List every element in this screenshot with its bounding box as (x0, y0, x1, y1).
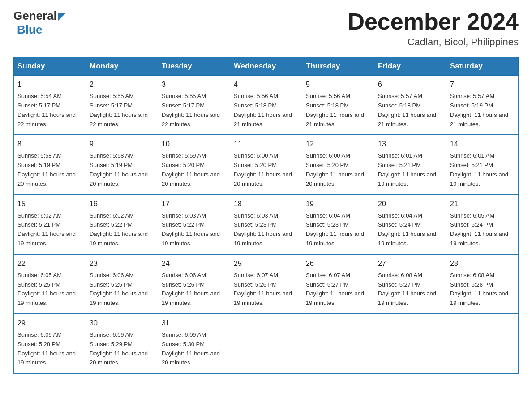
day-info: Sunrise: 6:09 AMSunset: 5:30 PMDaylight:… (162, 330, 226, 368)
calendar-cell: 26Sunrise: 6:07 AMSunset: 5:27 PMDayligh… (302, 254, 374, 314)
week-row-3: 15Sunrise: 6:02 AMSunset: 5:21 PMDayligh… (14, 195, 519, 254)
day-number: 29 (17, 318, 82, 329)
calendar-cell: 27Sunrise: 6:08 AMSunset: 5:27 PMDayligh… (374, 254, 446, 314)
day-info: Sunrise: 6:09 AMSunset: 5:28 PMDaylight:… (17, 330, 82, 368)
day-info: Sunrise: 6:07 AMSunset: 5:27 PMDaylight:… (306, 271, 370, 308)
day-number: 30 (90, 318, 154, 329)
calendar-cell: 9Sunrise: 5:58 AMSunset: 5:19 PMDaylight… (86, 135, 158, 194)
calendar-cell: 6Sunrise: 5:57 AMSunset: 5:18 PMDaylight… (374, 76, 446, 135)
day-info: Sunrise: 5:59 AMSunset: 5:20 PMDaylight:… (162, 151, 226, 188)
calendar-cell: 1Sunrise: 5:54 AMSunset: 5:17 PMDaylight… (14, 76, 86, 135)
logo-triangle-icon (58, 13, 66, 23)
day-info: Sunrise: 5:55 AMSunset: 5:17 PMDaylight:… (162, 92, 226, 129)
day-number: 23 (90, 258, 154, 269)
day-number: 25 (234, 258, 298, 269)
header-friday: Friday (374, 57, 446, 76)
day-info: Sunrise: 6:08 AMSunset: 5:27 PMDaylight:… (378, 271, 442, 308)
day-number: 16 (90, 199, 154, 210)
calendar-cell: 25Sunrise: 6:07 AMSunset: 5:26 PMDayligh… (230, 254, 302, 314)
day-info: Sunrise: 6:09 AMSunset: 5:29 PMDaylight:… (90, 330, 154, 368)
calendar-cell: 23Sunrise: 6:06 AMSunset: 5:25 PMDayligh… (86, 254, 158, 314)
calendar-cell: 30Sunrise: 6:09 AMSunset: 5:29 PMDayligh… (86, 314, 158, 373)
calendar-cell: 17Sunrise: 6:03 AMSunset: 5:22 PMDayligh… (158, 195, 230, 254)
calendar-cell (230, 314, 302, 373)
day-info: Sunrise: 6:02 AMSunset: 5:22 PMDaylight:… (90, 211, 154, 248)
calendar-cell: 24Sunrise: 6:06 AMSunset: 5:26 PMDayligh… (158, 254, 230, 314)
day-number: 8 (17, 139, 82, 150)
day-info: Sunrise: 5:56 AMSunset: 5:18 PMDaylight:… (306, 92, 370, 129)
day-number: 5 (306, 79, 370, 90)
day-number: 17 (162, 199, 226, 210)
day-info: Sunrise: 6:03 AMSunset: 5:23 PMDaylight:… (234, 211, 298, 248)
day-info: Sunrise: 6:00 AMSunset: 5:20 PMDaylight:… (306, 151, 370, 188)
week-row-5: 29Sunrise: 6:09 AMSunset: 5:28 PMDayligh… (14, 314, 519, 373)
day-info: Sunrise: 5:57 AMSunset: 5:19 PMDaylight:… (450, 92, 515, 129)
calendar-cell: 21Sunrise: 6:05 AMSunset: 5:24 PMDayligh… (446, 195, 519, 254)
day-info: Sunrise: 6:02 AMSunset: 5:21 PMDaylight:… (17, 211, 82, 248)
logo-general-text: General (13, 9, 57, 23)
title-area: December 2024 Cadlan, Bicol, Philippines (348, 9, 519, 48)
day-info: Sunrise: 6:04 AMSunset: 5:23 PMDaylight:… (306, 211, 370, 248)
calendar-cell: 7Sunrise: 5:57 AMSunset: 5:19 PMDaylight… (446, 76, 519, 135)
week-row-4: 22Sunrise: 6:05 AMSunset: 5:25 PMDayligh… (14, 254, 519, 314)
calendar-cell: 18Sunrise: 6:03 AMSunset: 5:23 PMDayligh… (230, 195, 302, 254)
month-title: December 2024 (348, 9, 519, 34)
header-tuesday: Tuesday (158, 57, 230, 76)
calendar-cell: 3Sunrise: 5:55 AMSunset: 5:17 PMDaylight… (158, 76, 230, 135)
calendar-table: SundayMondayTuesdayWednesdayThursdayFrid… (13, 57, 519, 374)
calendar-cell: 10Sunrise: 5:59 AMSunset: 5:20 PMDayligh… (158, 135, 230, 194)
calendar-cell: 12Sunrise: 6:00 AMSunset: 5:20 PMDayligh… (302, 135, 374, 194)
day-info: Sunrise: 6:00 AMSunset: 5:20 PMDaylight:… (234, 151, 298, 188)
logo-blue-text: Blue (15, 23, 42, 37)
day-info: Sunrise: 5:54 AMSunset: 5:17 PMDaylight:… (17, 92, 82, 129)
header-sunday: Sunday (14, 57, 86, 76)
day-number: 18 (234, 199, 298, 210)
calendar-cell: 2Sunrise: 5:55 AMSunset: 5:17 PMDaylight… (86, 76, 158, 135)
svg-marker-0 (58, 13, 66, 21)
day-info: Sunrise: 5:57 AMSunset: 5:18 PMDaylight:… (378, 92, 442, 129)
calendar-cell: 5Sunrise: 5:56 AMSunset: 5:18 PMDaylight… (302, 76, 374, 135)
day-info: Sunrise: 6:01 AMSunset: 5:21 PMDaylight:… (378, 151, 442, 188)
day-info: Sunrise: 6:07 AMSunset: 5:26 PMDaylight:… (234, 271, 298, 308)
day-number: 12 (306, 139, 370, 150)
calendar-cell: 20Sunrise: 6:04 AMSunset: 5:24 PMDayligh… (374, 195, 446, 254)
day-info: Sunrise: 6:05 AMSunset: 5:24 PMDaylight:… (450, 211, 515, 248)
day-number: 28 (450, 258, 515, 269)
day-info: Sunrise: 6:05 AMSunset: 5:25 PMDaylight:… (17, 271, 82, 308)
day-number: 4 (234, 79, 298, 90)
day-number: 1 (17, 79, 82, 90)
day-number: 19 (306, 199, 370, 210)
day-number: 6 (378, 79, 442, 90)
day-info: Sunrise: 5:58 AMSunset: 5:19 PMDaylight:… (17, 151, 82, 188)
calendar-cell (446, 314, 519, 373)
day-number: 10 (162, 139, 226, 150)
calendar-cell: 13Sunrise: 6:01 AMSunset: 5:21 PMDayligh… (374, 135, 446, 194)
calendar-cell: 16Sunrise: 6:02 AMSunset: 5:22 PMDayligh… (86, 195, 158, 254)
calendar-cell: 4Sunrise: 5:56 AMSunset: 5:18 PMDaylight… (230, 76, 302, 135)
logo: General Blue (13, 9, 66, 37)
day-info: Sunrise: 6:06 AMSunset: 5:26 PMDaylight:… (162, 271, 226, 308)
day-info: Sunrise: 6:08 AMSunset: 5:28 PMDaylight:… (450, 271, 515, 308)
day-info: Sunrise: 6:03 AMSunset: 5:22 PMDaylight:… (162, 211, 226, 248)
day-info: Sunrise: 5:58 AMSunset: 5:19 PMDaylight:… (90, 151, 154, 188)
day-info: Sunrise: 6:04 AMSunset: 5:24 PMDaylight:… (378, 211, 442, 248)
header-monday: Monday (86, 57, 158, 76)
week-row-2: 8Sunrise: 5:58 AMSunset: 5:19 PMDaylight… (14, 135, 519, 194)
header: General Blue December 2024 Cadlan, Bicol… (13, 9, 519, 48)
day-number: 14 (450, 139, 515, 150)
day-number: 20 (378, 199, 442, 210)
day-number: 3 (162, 79, 226, 90)
day-number: 27 (378, 258, 442, 269)
header-thursday: Thursday (302, 57, 374, 76)
day-info: Sunrise: 6:01 AMSunset: 5:21 PMDaylight:… (450, 151, 515, 188)
day-number: 26 (306, 258, 370, 269)
location-title: Cadlan, Bicol, Philippines (348, 36, 519, 48)
day-number: 21 (450, 199, 515, 210)
calendar-header-row: SundayMondayTuesdayWednesdayThursdayFrid… (14, 57, 519, 76)
header-saturday: Saturday (446, 57, 519, 76)
calendar-cell: 15Sunrise: 6:02 AMSunset: 5:21 PMDayligh… (14, 195, 86, 254)
calendar-cell (374, 314, 446, 373)
day-info: Sunrise: 5:56 AMSunset: 5:18 PMDaylight:… (234, 92, 298, 129)
day-info: Sunrise: 6:06 AMSunset: 5:25 PMDaylight:… (90, 271, 154, 308)
header-wednesday: Wednesday (230, 57, 302, 76)
